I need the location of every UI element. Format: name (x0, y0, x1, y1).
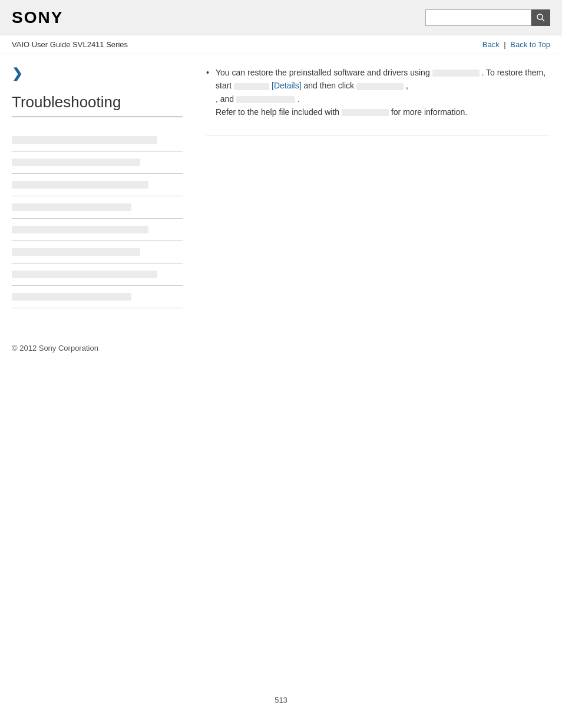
sidebar-item[interactable] (12, 263, 183, 286)
text-period: . (297, 94, 300, 104)
sony-logo: SONY (12, 8, 63, 27)
search-button[interactable] (531, 9, 550, 26)
svg-line-1 (542, 19, 544, 21)
bullet-item: You can restore the preinstalled softwar… (206, 66, 550, 119)
page-number: 513 (263, 684, 299, 716)
main-content: ❯ Troubleshooting (0, 54, 562, 320)
placeholder-start (234, 83, 269, 90)
text-before: You can restore the preinstalled softwar… (216, 68, 432, 77)
text-indent: , and (216, 94, 236, 104)
chevron-icon: ❯ (12, 66, 183, 81)
section-title: Troubleshooting (12, 93, 183, 117)
text-click: and then click (303, 81, 356, 90)
details-link[interactable]: [Details] (272, 81, 302, 90)
sidebar-item[interactable] (12, 219, 183, 241)
placeholder-click (356, 83, 404, 90)
svg-point-0 (537, 14, 543, 19)
back-link[interactable]: Back (482, 40, 500, 49)
search-area (425, 9, 550, 26)
sidebar-items (12, 129, 183, 308)
content-area: You can restore the preinstalled softwar… (194, 66, 550, 308)
text-comma: , (406, 81, 408, 90)
content-section: You can restore the preinstalled softwar… (206, 66, 550, 136)
sidebar: ❯ Troubleshooting (12, 66, 194, 308)
nav-separator: | (504, 40, 505, 49)
sidebar-item[interactable] (12, 286, 183, 308)
footer: © 2012 Sony Corporation (0, 332, 562, 364)
text-refer: Refer to the help file included with (216, 107, 342, 117)
sidebar-item[interactable] (12, 151, 183, 174)
back-to-top-link[interactable]: Back to Top (510, 40, 550, 49)
sidebar-item[interactable] (12, 174, 183, 196)
copyright: © 2012 Sony Corporation (12, 344, 98, 353)
placeholder-with (342, 109, 389, 116)
sidebar-item[interactable] (12, 129, 183, 151)
nav-links: Back | Back to Top (482, 40, 550, 49)
placeholder-software (432, 70, 480, 77)
sidebar-item[interactable] (12, 196, 183, 219)
guide-title: VAIO User Guide SVL2411 Series (12, 40, 128, 49)
nav-bar: VAIO User Guide SVL2411 Series Back | Ba… (0, 35, 562, 54)
search-input[interactable] (425, 9, 531, 26)
header: SONY (0, 0, 562, 35)
bullet-list: You can restore the preinstalled softwar… (206, 66, 550, 119)
sidebar-item[interactable] (12, 241, 183, 263)
search-icon (536, 13, 546, 22)
placeholder-and (236, 96, 295, 103)
text-more: for more information. (391, 107, 467, 117)
